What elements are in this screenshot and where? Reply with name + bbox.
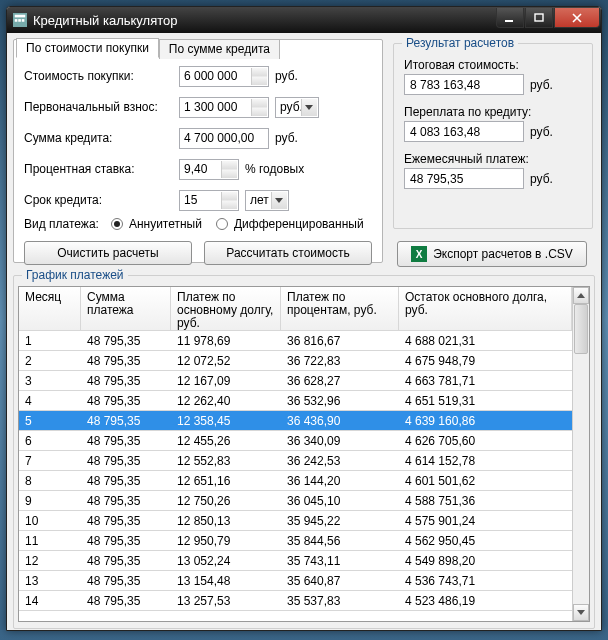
table-row[interactable]: 148 795,3511 978,6936 816,674 688 021,31 <box>19 331 572 351</box>
table-cell: 48 795,35 <box>81 331 171 350</box>
table-cell: 6 <box>19 431 81 450</box>
table-row[interactable]: 848 795,3512 651,1636 144,204 601 501,62 <box>19 471 572 491</box>
table-cell: 4 663 781,71 <box>399 371 572 390</box>
chevron-down-icon <box>305 105 313 110</box>
table-cell: 12 850,13 <box>171 511 281 530</box>
tab-by-loan[interactable]: По сумме кредита <box>159 39 280 59</box>
app-window: Кредитный калькулятор По стоимости покуп… <box>6 6 602 631</box>
table-cell: 48 795,35 <box>81 451 171 470</box>
col-interest[interactable]: Платеж по процентам, руб. <box>281 287 399 330</box>
table-cell: 12 <box>19 551 81 570</box>
table-cell: 36 242,53 <box>281 451 399 470</box>
price-label: Стоимость покупки: <box>24 69 179 83</box>
table-row[interactable]: 1148 795,3512 950,7935 844,564 562 950,4… <box>19 531 572 551</box>
scroll-thumb[interactable] <box>574 304 588 354</box>
table-cell: 10 <box>19 511 81 530</box>
maximize-button[interactable] <box>525 8 553 28</box>
col-payment[interactable]: Сумма платежа <box>81 287 171 330</box>
table-cell: 3 <box>19 371 81 390</box>
scroll-down-button[interactable] <box>573 604 589 621</box>
rate-input[interactable]: 9,40 <box>179 159 239 180</box>
table-cell: 48 795,35 <box>81 511 171 530</box>
price-unit: руб. <box>275 69 298 83</box>
loan-label: Сумма кредита: <box>24 131 179 145</box>
over-label: Переплата по кредиту: <box>404 105 582 119</box>
term-label: Срок кредита: <box>24 193 179 207</box>
table-row[interactable]: 1448 795,3513 257,5335 537,834 523 486,1… <box>19 591 572 611</box>
export-button[interactable]: X Экспорт расчетов в .CSV <box>397 241 587 267</box>
ptype-label: Вид платежа: <box>24 217 99 231</box>
schedule-table[interactable]: Месяц Сумма платежа Платеж по основному … <box>19 287 572 621</box>
minimize-button[interactable] <box>496 8 524 28</box>
table-cell: 48 795,35 <box>81 351 171 370</box>
table-row[interactable]: 1048 795,3512 850,1335 945,224 575 901,2… <box>19 511 572 531</box>
table-row[interactable]: 648 795,3512 455,2636 340,094 626 705,60 <box>19 431 572 451</box>
table-cell: 35 537,83 <box>281 591 399 610</box>
term-input[interactable]: 15 <box>179 190 239 211</box>
table-cell: 8 <box>19 471 81 490</box>
svg-rect-1 <box>15 15 26 18</box>
table-cell: 11 978,69 <box>171 331 281 350</box>
table-cell: 48 795,35 <box>81 591 171 610</box>
titlebar[interactable]: Кредитный калькулятор <box>7 7 601 33</box>
table-cell: 11 <box>19 531 81 550</box>
table-row[interactable]: 348 795,3512 167,0936 628,274 663 781,71 <box>19 371 572 391</box>
close-button[interactable] <box>554 8 600 28</box>
calculate-button[interactable]: Рассчитать стоимость <box>204 241 372 265</box>
table-row[interactable]: 748 795,3512 552,8336 242,534 614 152,78 <box>19 451 572 471</box>
table-row[interactable]: 1248 795,3513 052,2435 743,114 549 898,2… <box>19 551 572 571</box>
table-cell: 4 549 898,20 <box>399 551 572 570</box>
scrollbar[interactable] <box>572 287 589 621</box>
monthly-unit: руб. <box>530 172 553 186</box>
svg-rect-5 <box>505 20 513 22</box>
radio-diff[interactable] <box>216 218 228 230</box>
monthly-label: Ежемесячный платеж: <box>404 152 582 166</box>
tab-by-price[interactable]: По стоимости покупки <box>16 38 159 58</box>
table-cell: 48 795,35 <box>81 531 171 550</box>
col-month[interactable]: Месяц <box>19 287 81 330</box>
table-cell: 7 <box>19 451 81 470</box>
table-row[interactable]: 448 795,3512 262,4036 532,964 651 519,31 <box>19 391 572 411</box>
total-label: Итоговая стоимость: <box>404 58 582 72</box>
table-row[interactable]: 248 795,3512 072,5236 722,834 675 948,79 <box>19 351 572 371</box>
table-row[interactable]: 1348 795,3513 154,4835 640,874 536 743,7… <box>19 571 572 591</box>
table-cell: 36 532,96 <box>281 391 399 410</box>
total-value: 8 783 163,48 <box>404 74 524 95</box>
table-cell: 12 552,83 <box>171 451 281 470</box>
col-balance[interactable]: Остаток основного долга, руб. <box>399 287 572 330</box>
price-input[interactable]: 6 000 000 <box>179 66 269 87</box>
input-tabs: По стоимости покупки По сумме кредита Ст… <box>13 39 383 263</box>
table-cell: 4 562 950,45 <box>399 531 572 550</box>
table-cell: 12 455,26 <box>171 431 281 450</box>
table-row[interactable]: 548 795,3512 358,4536 436,904 639 160,86 <box>19 411 572 431</box>
down-unit-combo[interactable]: руб. <box>275 97 319 118</box>
rate-label: Процентная ставка: <box>24 162 179 176</box>
over-value: 4 083 163,48 <box>404 121 524 142</box>
table-cell: 4 523 486,19 <box>399 591 572 610</box>
radio-diff-label: Дифференцированный <box>234 217 364 231</box>
svg-rect-3 <box>18 19 21 22</box>
table-cell: 4 588 751,36 <box>399 491 572 510</box>
table-cell: 48 795,35 <box>81 411 171 430</box>
scroll-up-button[interactable] <box>573 287 589 304</box>
term-unit-combo[interactable]: лет <box>245 190 289 211</box>
table-cell: 12 651,16 <box>171 471 281 490</box>
table-cell: 4 614 152,78 <box>399 451 572 470</box>
client-area: По стоимости покупки По сумме кредита Ст… <box>7 33 601 630</box>
table-cell: 13 257,53 <box>171 591 281 610</box>
table-cell: 13 052,24 <box>171 551 281 570</box>
radio-annuity[interactable] <box>111 218 123 230</box>
table-cell: 36 436,90 <box>281 411 399 430</box>
table-cell: 35 844,56 <box>281 531 399 550</box>
col-principal[interactable]: Платеж по основному долгу, руб. <box>171 287 281 330</box>
loan-unit: руб. <box>275 131 298 145</box>
table-row[interactable]: 948 795,3512 750,2636 045,104 588 751,36 <box>19 491 572 511</box>
table-cell: 35 945,22 <box>281 511 399 530</box>
down-label: Первоначальный взнос: <box>24 100 179 114</box>
clear-button[interactable]: Очистить расчеты <box>24 241 192 265</box>
table-cell: 48 795,35 <box>81 551 171 570</box>
table-cell: 4 626 705,60 <box>399 431 572 450</box>
table-cell: 12 358,45 <box>171 411 281 430</box>
down-input[interactable]: 1 300 000 <box>179 97 269 118</box>
table-cell: 4 601 501,62 <box>399 471 572 490</box>
